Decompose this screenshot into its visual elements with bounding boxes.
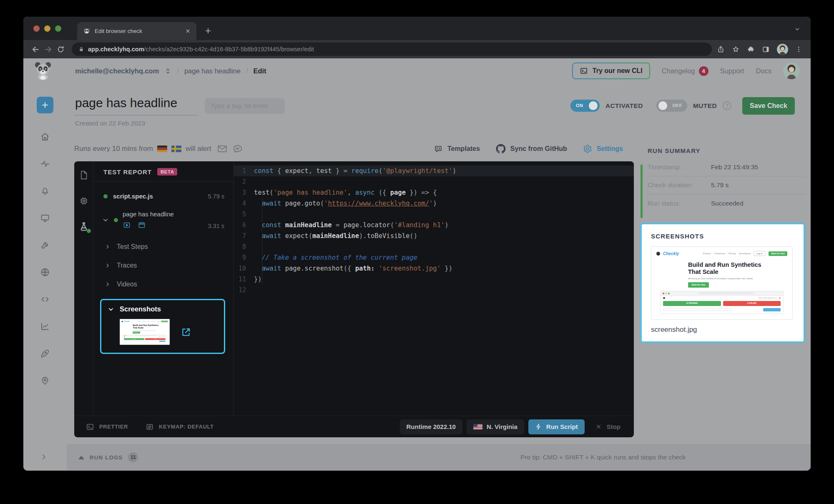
reload-icon[interactable] xyxy=(54,43,67,55)
tree-item-test-steps[interactable]: Test Steps xyxy=(104,242,234,252)
thumb-nav-links: ProductCustomersPricingDevelopers xyxy=(138,321,155,322)
extensions-puzzle-icon[interactable] xyxy=(747,45,755,53)
home-icon[interactable] xyxy=(40,132,50,142)
summary-value: Succeeded xyxy=(711,200,744,207)
close-window-button[interactable] xyxy=(33,25,40,32)
editor-rail xyxy=(74,161,93,416)
templates-icon xyxy=(434,144,443,153)
code-line-11[interactable]: 11}) xyxy=(234,274,634,285)
muted-toggle[interactable]: OFF xyxy=(656,100,687,112)
mini-create-button xyxy=(763,308,781,311)
back-icon[interactable] xyxy=(29,43,42,55)
runtime-selector[interactable]: Runtime 2022.10 xyxy=(400,419,462,434)
changelog-link[interactable]: Changelog 4 xyxy=(662,66,708,76)
test-report-flask-icon[interactable] xyxy=(78,221,89,232)
chevron-right-icon xyxy=(104,281,111,288)
spec-file-duration: 5.79 s xyxy=(208,193,225,200)
run-logs-toggle[interactable]: RUN LOGS 11 xyxy=(78,452,138,462)
screenshot-preview[interactable]: Checkly ProductCustomersPricingDeveloper… xyxy=(651,246,794,320)
code-line-12[interactable]: 12 xyxy=(234,285,634,296)
code-line-2[interactable]: 2 xyxy=(234,176,634,187)
chevron-down-icon[interactable] xyxy=(102,216,109,224)
forward-icon[interactable] xyxy=(42,43,54,55)
summary-value: Feb 22 15:49:35 xyxy=(711,163,758,171)
code-line-7[interactable]: 7 await expect(mainHeadline).toBeVisible… xyxy=(234,231,634,241)
screenshots-tree-toggle[interactable]: Screenshots xyxy=(107,305,218,313)
tab-close-icon[interactable] xyxy=(185,28,191,34)
create-new-button[interactable] xyxy=(37,97,53,113)
account-switcher[interactable]: michelle@checklyhq.com xyxy=(75,67,159,75)
activity-icon[interactable] xyxy=(40,159,50,169)
snippets-code-icon[interactable] xyxy=(40,294,50,304)
new-tab-button[interactable] xyxy=(204,27,212,35)
share-icon[interactable] xyxy=(717,45,725,53)
tag-input[interactable] xyxy=(205,98,285,114)
code-line-3[interactable]: 3test('page has headline', async ({ page… xyxy=(234,187,634,198)
side-panel-icon[interactable] xyxy=(762,45,770,53)
sms-bubble-icon[interactable] xyxy=(232,143,243,154)
code-line-8[interactable]: 8 xyxy=(234,241,634,252)
try-cli-button[interactable]: Try our new CLI xyxy=(572,63,650,79)
stop-button[interactable]: Stop xyxy=(589,419,627,434)
browser-tab[interactable]: Edit browser check xyxy=(77,22,196,40)
checkly-logo[interactable] xyxy=(33,61,53,80)
alerts-bell-icon[interactable] xyxy=(40,186,50,196)
activated-toggle[interactable]: ON xyxy=(570,100,600,112)
support-link[interactable]: Support xyxy=(720,67,744,75)
analytics-chart-icon[interactable] xyxy=(40,321,50,331)
code-line-1[interactable]: 1const { expect, test } = require('@play… xyxy=(234,165,634,176)
code-line-9[interactable]: 9 // Take a screenshot of the current pa… xyxy=(234,252,634,263)
sidebar-expand-chevron-icon[interactable] xyxy=(39,452,48,461)
keymap-button[interactable]: KEYMAP: DEFAULT xyxy=(146,423,214,431)
settings-button[interactable]: Settings xyxy=(583,144,623,153)
browser-window-icon[interactable] xyxy=(138,221,146,229)
code-line-5[interactable]: 5 xyxy=(234,209,634,220)
chevron-down-icon xyxy=(107,306,115,313)
external-link-icon[interactable] xyxy=(181,327,191,338)
mini-search-pill xyxy=(124,341,137,341)
toggle-off-text: OFF xyxy=(672,103,682,108)
run-script-button[interactable]: Run Script xyxy=(528,419,585,434)
quickstart-rocket-icon[interactable] xyxy=(40,349,50,359)
sync-github-button[interactable]: Sync from GitHub xyxy=(496,144,567,154)
tree-item-videos[interactable]: Videos xyxy=(104,279,234,289)
bookmark-star-icon[interactable] xyxy=(732,45,740,53)
screenshots-panel-title: SCREENSHOTS xyxy=(651,233,794,240)
code-line-4[interactable]: 4 await page.goto('https://www.checklyhq… xyxy=(234,198,634,209)
test-case-row[interactable]: page has headline 3.31 s xyxy=(93,211,234,229)
maximize-window-button[interactable] xyxy=(55,25,61,32)
email-icon[interactable] xyxy=(217,143,228,154)
code-line-10[interactable]: 10 await page.screenshot({ path: 'screen… xyxy=(234,263,634,274)
minimize-window-button[interactable] xyxy=(44,25,50,32)
templates-button[interactable]: Templates xyxy=(434,144,480,153)
region-selector[interactable]: N. Virginia xyxy=(467,419,524,434)
tab-search-chevron-icon[interactable] xyxy=(794,26,801,33)
app-body: page has headline ON ACTIVATED OFF MUTED xyxy=(23,83,811,471)
mini-tags-chip xyxy=(717,308,731,311)
screenshot-thumbnail-small[interactable]: Checkly ProductCustomersPricingDeveloper… xyxy=(120,319,170,345)
save-check-button[interactable]: Save Check xyxy=(742,97,795,115)
docs-link[interactable]: Docs xyxy=(756,67,771,75)
browser-profile-avatar[interactable] xyxy=(777,44,788,55)
screenshot-filename: screenshot.jpg xyxy=(651,326,794,334)
tree-item-traces[interactable]: Traces xyxy=(104,261,234,271)
check-title-input[interactable]: page has headline xyxy=(74,96,197,115)
browser-menu-icon[interactable] xyxy=(795,46,802,53)
dependencies-chip-icon[interactable] xyxy=(78,196,89,206)
file-icon[interactable] xyxy=(78,170,89,181)
video-icon[interactable] xyxy=(123,221,131,229)
code-line-6[interactable]: 6 const mainHeadline = page.locator('#la… xyxy=(234,220,634,231)
code-area[interactable]: 1const { expect, test } = require('@play… xyxy=(234,161,634,416)
private-locations-globe-icon[interactable] xyxy=(40,267,50,277)
user-avatar[interactable] xyxy=(783,63,800,79)
muted-help-icon[interactable]: ? xyxy=(723,101,731,110)
account-sort-icon[interactable] xyxy=(164,68,171,75)
check-controls: ON ACTIVATED OFF MUTED ? Save Check xyxy=(570,97,795,115)
locations-pin-icon[interactable] xyxy=(40,376,50,386)
maintenance-wrench-icon[interactable] xyxy=(40,240,50,250)
dashboards-monitor-icon[interactable] xyxy=(40,213,50,223)
breadcrumb-check-link[interactable]: page has headline xyxy=(184,67,241,75)
url-bar[interactable]: app.checklyhq.com/checks/a2ec932b-c42c-4… xyxy=(72,43,712,56)
spec-file-row[interactable]: script.spec.js 5.79 s xyxy=(93,193,234,200)
prettier-button[interactable]: PRETTIER xyxy=(86,423,128,431)
